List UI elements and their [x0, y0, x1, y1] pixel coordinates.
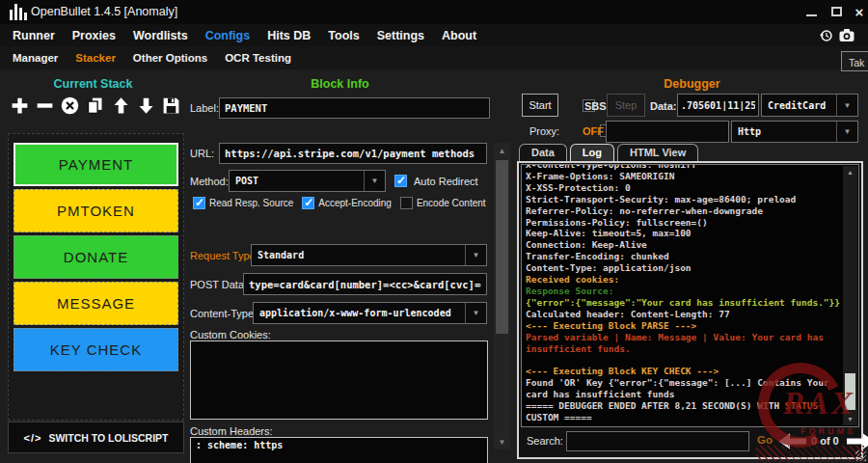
maximize-button[interactable]	[826, 0, 847, 23]
save-config-icon[interactable]	[160, 95, 182, 117]
option-toggle[interactable]: Read Resp. Source	[193, 197, 293, 209]
close-button[interactable]: ×	[849, 0, 868, 23]
submenu-item[interactable]: OCR Testing	[216, 52, 300, 64]
proxy-type-value: Http	[732, 122, 836, 142]
custom-cookies-textarea[interactable]	[190, 340, 488, 420]
proxy-type-select[interactable]: Http ▼	[731, 121, 858, 143]
submenu-item[interactable]: Manager	[4, 52, 67, 64]
move-down-icon[interactable]	[135, 95, 157, 117]
scroll-down-icon[interactable]: ▼	[494, 435, 510, 449]
scroll-up-icon[interactable]: ▲	[494, 144, 510, 157]
log-line: ===== DEBUGGER ENDED AFTER 8,21 SECOND(S…	[526, 400, 845, 423]
method-label: Method:	[190, 176, 229, 187]
clone-block-icon[interactable]	[84, 95, 106, 117]
stack-block[interactable]: PAYMENT	[14, 143, 178, 186]
start-button[interactable]: Start	[522, 94, 558, 117]
log-search-row: Search: Go 0 of 0	[519, 430, 861, 453]
menu-item[interactable]: Runner	[4, 29, 64, 42]
method-select[interactable]: POST ▼	[229, 170, 386, 192]
add-block-icon[interactable]	[9, 95, 31, 117]
debugger-tab[interactable]: HTML View	[617, 144, 698, 161]
chevron-down-icon: ▼	[836, 122, 857, 142]
auto-redirect-checkbox[interactable]	[394, 175, 407, 187]
clear-stack-icon[interactable]	[59, 95, 81, 117]
switch-label: SWITCH TO LOLISCRIPT	[48, 432, 168, 444]
block-label-input[interactable]	[219, 97, 490, 119]
scroll-up-icon[interactable]: ▲	[843, 166, 857, 178]
post-data-input[interactable]	[243, 273, 487, 295]
move-up-icon[interactable]	[110, 95, 132, 117]
debug-data-input[interactable]	[677, 94, 759, 117]
menu-item[interactable]: About	[433, 29, 485, 42]
menu-item[interactable]: Tools	[319, 29, 367, 42]
request-type-select[interactable]: Standard ▼	[251, 244, 487, 266]
log-line: Received cookies:	[526, 274, 845, 286]
debugger-tab[interactable]: Log	[570, 144, 614, 161]
history-icon[interactable]	[819, 28, 833, 42]
option-toggle[interactable]: Accept-Encoding	[302, 197, 392, 209]
custom-headers-label: Custom Headers:	[190, 425, 273, 437]
previous-match-icon[interactable]	[777, 431, 808, 451]
menu-item[interactable]: Settings	[368, 29, 433, 42]
debugger-tab[interactable]: Data	[519, 144, 567, 161]
log-line: Response Source:	[526, 286, 845, 297]
scrollbar-thumb[interactable]	[845, 373, 855, 410]
search-input[interactable]	[566, 431, 749, 451]
minimize-button[interactable]	[800, 0, 822, 23]
log-line: Permissions-Policy: fullscreen=()	[526, 217, 845, 229]
stack-block[interactable]: MESSAGE	[14, 282, 178, 325]
switch-to-loliscript-button[interactable]: </> SWITCH TO LOLISCRIPT	[8, 422, 184, 453]
menu-item[interactable]: Wordlists	[124, 29, 197, 42]
stack-block[interactable]: DONATE	[14, 235, 178, 279]
chevron-down-icon: ▼	[465, 303, 486, 323]
chevron-down-icon: ▼	[364, 171, 385, 191]
main-menu: RunnerProxiesWordlistsConfigsHits DBTool…	[0, 24, 868, 46]
submenu-item[interactable]: Stacker	[67, 52, 124, 64]
log-line: Referrer-Policy: no-referrer-when-downgr…	[526, 205, 845, 217]
menu-item[interactable]: Hits DB	[258, 29, 319, 42]
content-type-select[interactable]: application/x-www-form-urlencoded ▼	[253, 302, 487, 324]
search-label: Search:	[527, 435, 563, 447]
resize-grip[interactable]	[855, 450, 866, 461]
response-options: Read Resp. Source Accept-Encoding Encode…	[193, 197, 492, 209]
log-line: Parsed variable | Name: Message | Value:…	[526, 332, 845, 355]
log-line: X-XSS-Protection: 0	[526, 182, 845, 194]
scrollbar-thumb[interactable]	[496, 160, 508, 334]
current-stack-title: Current Stack	[0, 77, 186, 91]
take-screenshot-button[interactable]: Tak	[841, 51, 868, 71]
menu-item[interactable]: Configs	[197, 29, 259, 42]
submenu-item[interactable]: Other Options	[124, 52, 216, 64]
scroll-down-icon[interactable]: ▼	[843, 413, 857, 425]
minimize-icon	[806, 14, 817, 16]
log-line: {"error":{"message":"Your card has insuf…	[526, 297, 845, 309]
camera-icon[interactable]	[839, 28, 854, 42]
title-bar: OpenBullet 1.4.5 [Anomaly] ×	[0, 0, 868, 24]
stack-block[interactable]: PMTOKEN	[14, 189, 178, 232]
chevron-down-icon: ▼	[836, 95, 857, 116]
go-button[interactable]: Go	[757, 434, 773, 446]
method-value: POST	[230, 171, 364, 191]
checkbox-icon	[302, 197, 314, 209]
chevron-down-icon: ▼	[465, 245, 486, 265]
custom-headers-textarea[interactable]: : scheme: https	[190, 437, 488, 463]
debugger-panel: X-Content-Type-Options: nosniffX-Frame-O…	[517, 161, 863, 459]
log-line: Transfer-Encoding: chunked	[526, 251, 845, 262]
remove-block-icon[interactable]	[34, 95, 56, 117]
block-stack-list: PAYMENTPMTOKENDONATEMESSAGEKEY CHECK	[8, 133, 184, 421]
url-input[interactable]	[219, 143, 487, 164]
proxy-label: Proxy:	[529, 125, 559, 137]
option-toggle[interactable]: Encode Content	[400, 197, 486, 209]
checkbox-icon	[193, 197, 205, 209]
log-line: Strict-Transport-Security: max-age=86400…	[526, 194, 845, 205]
menu-item[interactable]: Proxies	[64, 29, 124, 42]
step-button[interactable]: Step	[607, 94, 645, 117]
post-data-label: POST Data:	[190, 279, 247, 290]
block-info-scrollbar[interactable]: ▲ ▼	[494, 143, 510, 449]
log-scrollbar[interactable]: ▲ ▼	[843, 166, 857, 425]
proxy-input[interactable]	[606, 121, 729, 143]
stack-block[interactable]: KEY CHECK	[14, 328, 178, 371]
wordlist-type-select[interactable]: CreditCard ▼	[761, 94, 858, 117]
log-line: <--- Executing Block KEY CHECK --->	[526, 366, 845, 377]
app-logo-icon	[10, 4, 27, 20]
next-match-icon[interactable]	[845, 431, 868, 451]
